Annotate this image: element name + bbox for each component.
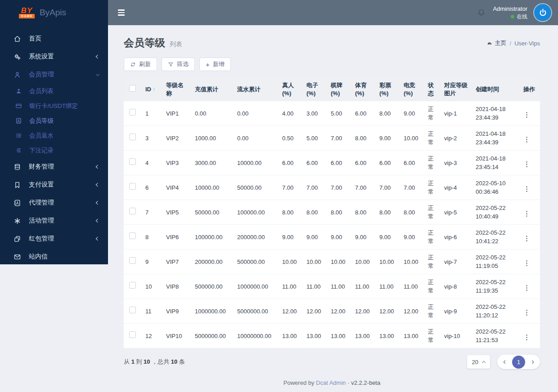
app-logo[interactable]: BY GAME ByApis [0,0,108,25]
cell-id: 1 [142,101,162,126]
page-subtitle: 列表 [170,40,182,49]
cell-image: vip-4 [441,175,472,200]
sidebar-item-bank-usdt-binding[interactable]: 银行卡/USDT绑定 [0,98,108,113]
sort-asc-icon[interactable]: ↑ [153,86,155,93]
row-actions-button[interactable] [523,234,530,243]
row-checkbox[interactable] [129,158,136,165]
page-size-select[interactable]: 20 [467,355,490,369]
sidebar-item-label: 红包管理 [29,235,54,243]
sidebar: BY GAME ByApis 首页系统设置会员管理会员列表银行卡/USDT绑定会… [0,0,108,264]
row-actions-button[interactable] [523,333,530,342]
menu-toggle-icon[interactable] [116,8,126,18]
cell-name: VIP10 [162,324,191,348]
breadcrumb-separator: / [510,40,512,47]
cell-live: 8.00 [279,200,303,225]
cell-sports: 8.00 [351,126,376,151]
cell-esports: 12.00 [400,299,424,324]
cell-recharge: 3000.00 [191,151,234,175]
chevron-left-icon [96,165,99,169]
copy-icon [14,235,21,243]
next-page-button[interactable]: › [531,357,535,367]
table-row: 1VIP10.000.004.003.005.006.008.009.00正常v… [124,101,540,126]
cell-cards: 9.00 [327,225,351,249]
cell-actions [520,101,540,126]
sidebar-item-bet-records[interactable]: 下注记录 [0,143,108,158]
sidebar-item-payment-settings[interactable]: 支付设置 [0,176,108,194]
sidebar-item-finance-management[interactable]: 财务管理 [0,158,108,176]
sidebar-item-redpacket-management[interactable]: 红包管理 [0,230,108,248]
cell-sports: 11.00 [351,274,376,299]
row-checkbox[interactable] [129,257,136,264]
user-name: Administrator [493,5,527,13]
cell-slots: 7.00 [303,175,327,200]
main-content: 会员等级 列表 主页 / User-Vips 刷新 筛选 + 新增 ID↑等级名… [108,25,558,386]
cell-status: 正常 [424,200,441,225]
row-actions-button[interactable] [523,110,530,120]
cell-cards: 7.00 [327,175,351,200]
row-checkbox[interactable] [129,109,136,116]
dcat-admin-link[interactable]: Dcat Admin [316,379,346,386]
bell-icon [477,8,486,18]
column-header: 电子(%) [303,77,327,101]
logo-icon: BY GAME [19,7,35,18]
row-actions-button[interactable] [523,160,530,169]
column-header[interactable]: ID↑ [142,77,162,101]
row-actions-button[interactable] [523,135,530,144]
cell-flow: 1000000.00 [234,274,279,299]
sidebar-item-agent-management[interactable]: 代理管理 [0,194,108,212]
sidebar-item-activity-management[interactable]: 活动管理 [0,212,108,230]
row-actions-button[interactable] [523,308,530,317]
online-label: 在线 [517,13,527,20]
cell-status: 正常 [424,225,441,249]
row-checkbox[interactable] [129,232,136,239]
sidebar-item-label: 银行卡/USDT绑定 [29,102,78,110]
row-checkbox[interactable] [129,134,136,140]
cell-lottery: 12.00 [376,299,400,324]
cell-actions [520,324,540,348]
cell-lottery: 9.00 [376,225,400,249]
row-actions-button[interactable] [523,184,530,194]
breadcrumb-home-link[interactable]: 主页 [486,39,507,47]
gauge-icon [486,40,493,46]
row-checkbox[interactable] [129,208,136,214]
current-page-button[interactable]: 1 [512,356,525,369]
envelope-icon [14,253,21,261]
row-actions-button[interactable] [523,258,530,268]
brand-name: ByApis [40,8,66,18]
notifications-bell-icon[interactable] [477,8,486,18]
sidebar-item-member-list[interactable]: 会员列表 [0,84,108,98]
sidebar-item-member-rebate[interactable]: 会员返水 [0,128,108,143]
row-checkbox[interactable] [129,282,136,289]
prev-page-button[interactable]: ‹ [503,357,506,367]
cell-status: 正常 [424,126,441,151]
cell-slots: 10.00 [303,249,327,274]
sidebar-item-site-mail[interactable]: 站内信 [0,248,108,264]
sidebar-item-home[interactable]: 首页 [0,30,108,48]
sidebar-item-member-levels[interactable]: 会员等级 [0,113,108,128]
cell-id: 8 [142,225,162,249]
row-actions-button[interactable] [523,209,530,218]
cell-name: VIP5 [162,200,191,225]
cell-sports: 8.00 [351,200,376,225]
sidebar-item-member-management[interactable]: 会员管理 [0,66,108,84]
row-checkbox[interactable] [129,183,136,190]
select-all-checkbox[interactable] [129,85,136,92]
filter-button[interactable]: 筛选 [162,58,195,71]
cell-live: 4.00 [279,101,303,126]
sidebar-item-label: 会员等级 [29,117,54,125]
cell-slots: 8.00 [303,200,327,225]
user-avatar[interactable] [534,4,551,21]
sidebar-item-system-settings[interactable]: 系统设置 [0,48,108,66]
cell-status: 正常 [424,151,441,175]
cell-actions [520,299,540,324]
cell-live: 10.00 [279,249,303,274]
sidebar-item-label: 下注记录 [29,147,54,155]
row-actions-button[interactable] [523,283,530,293]
add-button[interactable]: + 新增 [199,58,231,71]
cell-slots: 13.00 [303,324,327,348]
list-icon [15,132,22,139]
refresh-button[interactable]: 刷新 [124,58,157,71]
row-checkbox[interactable] [129,307,136,313]
row-checkbox[interactable] [129,331,136,338]
table-row: 7VIP550000.00100000.008.008.008.008.008.… [124,200,540,225]
